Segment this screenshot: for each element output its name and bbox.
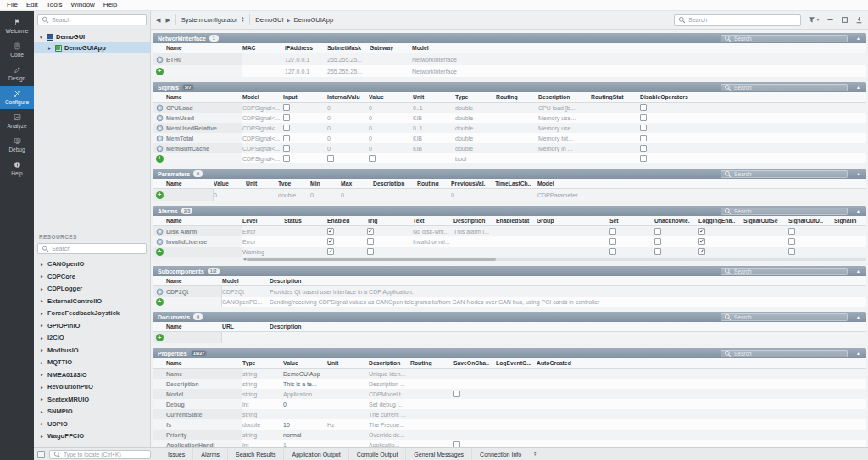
collapse-icon[interactable]: ▲ — [856, 171, 860, 176]
add-row-button[interactable] — [156, 155, 164, 163]
resource-item-revolutionpiio[interactable]: ▸RevolutionPiIO — [34, 381, 150, 394]
mode-analyze[interactable]: Analyze — [0, 109, 34, 133]
menu-file[interactable]: File — [3, 0, 22, 10]
add-row-button[interactable] — [156, 248, 164, 256]
checkbox[interactable] — [283, 125, 290, 131]
table-row[interactable]: CDPSignal<...bool — [153, 153, 866, 163]
tab-issues[interactable]: Issues — [160, 448, 192, 460]
maximize-icon[interactable] — [841, 16, 849, 24]
resource-item-snmpio[interactable]: ▸SNMPIO — [34, 406, 150, 418]
checkbox[interactable] — [283, 114, 290, 121]
table-row[interactable]: CurrentStatestringThe current ... — [153, 409, 866, 419]
checkbox[interactable]: ✓ — [698, 238, 705, 245]
menu-edit[interactable]: Edit — [22, 0, 42, 10]
mode-welcome[interactable]: Welcome — [0, 14, 34, 38]
resource-item-i2cio[interactable]: ▸I2CIO — [34, 332, 150, 345]
expand-arrow-icon[interactable]: ▸ — [41, 385, 45, 390]
resource-item-externalcontrolio[interactable]: ▸ExternalControlIO — [34, 295, 150, 308]
collapse-icon[interactable]: ▲ — [856, 314, 860, 319]
table-row[interactable]: InvalidLicenseError✓Invalid or mi...✓ — [153, 236, 866, 247]
table-row[interactable]: 0double000CDPParameter — [153, 189, 866, 201]
collapse-icon[interactable]: ▲ — [856, 36, 860, 41]
back-button[interactable]: ◀ — [156, 17, 160, 24]
table-row[interactable]: Warning✓✓ — [153, 247, 866, 257]
resource-item-gpiopinio[interactable]: ▸GPIOPinIO — [34, 319, 150, 332]
table-row[interactable]: CPULoadCDPSignal<...000..1doubleCPU load… — [153, 103, 866, 113]
expand-arrow-icon[interactable]: ▸ — [41, 421, 45, 426]
collapse-icon[interactable]: ▲ — [856, 85, 860, 90]
section-search-input[interactable]: Search — [721, 208, 848, 215]
table-row[interactable]: ModelstringApplicationCDPModel t... — [153, 389, 866, 399]
table-row[interactable]: MemUsedRelativeCDPSignal<...000..1double… — [153, 123, 866, 133]
resource-item-udpio[interactable]: ▸UDPIO — [34, 418, 150, 430]
minimize-icon[interactable] — [826, 16, 834, 24]
checkbox[interactable] — [369, 155, 376, 162]
section-search-input[interactable]: Search — [721, 35, 848, 42]
toolbar-search-input[interactable]: Search — [674, 14, 801, 26]
expand-arrow-icon[interactable]: ▸ — [41, 335, 45, 341]
table-row[interactable]: MemBuffCacheCDPSignal<...00KiBdoubleMemo… — [153, 143, 866, 153]
expand-arrow-icon[interactable]: ▸ — [48, 46, 53, 51]
mode-configure[interactable]: Configure — [0, 86, 34, 109]
table-row[interactable]: CANOpenPC...Sending/receiving CDPSignal … — [153, 297, 866, 307]
checkbox[interactable] — [609, 248, 616, 255]
checkbox[interactable]: ✓ — [327, 248, 334, 255]
configurator-select[interactable]: System configurator▲▼ — [181, 16, 244, 24]
checkbox[interactable] — [609, 238, 616, 245]
table-row[interactable]: Debugint0Set debug l... — [153, 399, 866, 409]
menu-window[interactable]: Window — [66, 0, 98, 10]
resource-item-wagopfcio[interactable]: ▸WagoPFCIO — [34, 430, 150, 443]
add-row-button[interactable] — [156, 191, 164, 199]
table-row[interactable]: 127.0.0.1255.255.25...NetworkInterface — [153, 65, 866, 77]
section-search-input[interactable]: Search — [721, 350, 848, 357]
tab-general-messages[interactable]: General Messages — [405, 448, 471, 460]
pane-selector-icon[interactable]: ▲▼ — [533, 452, 537, 457]
checkbox[interactable]: ✓ — [327, 238, 334, 245]
tab-compile-output[interactable]: Compile Output — [348, 448, 406, 460]
resource-item-modbusio[interactable]: ▸ModbusIO — [34, 344, 150, 357]
mode-debug[interactable]: Debug — [0, 133, 34, 157]
mode-design[interactable]: Design — [0, 62, 34, 86]
table-row[interactable]: MemUsedCDPSignal<...00KiBdoubleMemory us… — [153, 113, 866, 123]
panel-toggle-button[interactable] — [37, 451, 45, 458]
expand-arrow-icon[interactable]: ▸ — [41, 311, 45, 316]
expand-arrow-icon[interactable]: ▸ — [41, 372, 45, 377]
add-row-button[interactable] — [156, 298, 164, 306]
resource-item-forcefeedbackjoystick[interactable]: ▸ForceFeedbackJoystick — [34, 308, 150, 320]
checkbox[interactable] — [654, 238, 661, 245]
expand-arrow-icon[interactable]: ▸ — [41, 409, 45, 414]
checkbox[interactable]: ✓ — [698, 228, 705, 235]
expand-arrow-icon[interactable]: ▸ — [41, 360, 45, 365]
expand-arrow-icon[interactable]: ▸ — [41, 396, 45, 402]
expand-arrow-icon[interactable]: ▸ — [41, 262, 45, 267]
expand-arrow-icon[interactable]: ▸ — [41, 347, 45, 352]
resource-item-cdplogger[interactable]: ▸CDPLogger — [34, 283, 150, 296]
resource-item-canopenio[interactable]: ▸CANOpenIO — [34, 258, 150, 271]
scroll-left-icon[interactable]: ◀ — [243, 257, 246, 261]
checkbox[interactable] — [367, 248, 374, 255]
breadcrumb-item-demoguiapp[interactable]: DemoGUIApp — [293, 16, 333, 24]
section-search-input[interactable]: Search — [721, 84, 848, 91]
table-row[interactable]: ApplicationHandlint1Applicatio... — [153, 440, 866, 447]
checkbox[interactable] — [640, 125, 647, 131]
checkbox[interactable] — [640, 114, 647, 121]
checkbox[interactable] — [640, 104, 647, 111]
menu-tools[interactable]: Tools — [42, 0, 67, 10]
tree-item-demoguiapp[interactable]: ▸DemoGUIApp — [34, 42, 150, 53]
checkbox[interactable] — [788, 248, 795, 255]
tab-search-results[interactable]: Search Results — [227, 448, 283, 460]
mode-help[interactable]: Help — [0, 157, 34, 180]
locator-input[interactable]: Type to locate (Ctrl+K) — [49, 450, 151, 459]
checkbox[interactable] — [640, 145, 647, 152]
checkbox[interactable] — [640, 135, 647, 141]
checkbox[interactable] — [453, 391, 460, 397]
resource-item-nmea0183io[interactable]: ▸NMEA0183IO — [34, 369, 150, 381]
table-row[interactable]: MemTotalCDPSignal<...00KiBdoubleMemory t… — [153, 133, 866, 143]
resource-item-mqttio[interactable]: ▸MQTTIO — [34, 357, 150, 369]
table-row[interactable]: PrioritystringnormalOverride de... — [153, 430, 866, 440]
tab-alarms[interactable]: Alarms — [192, 448, 227, 460]
checkbox[interactable] — [788, 238, 795, 245]
checkbox[interactable] — [283, 135, 290, 141]
expand-arrow-icon[interactable]: ▸ — [41, 434, 45, 439]
section-search-input[interactable]: Search — [721, 268, 848, 275]
